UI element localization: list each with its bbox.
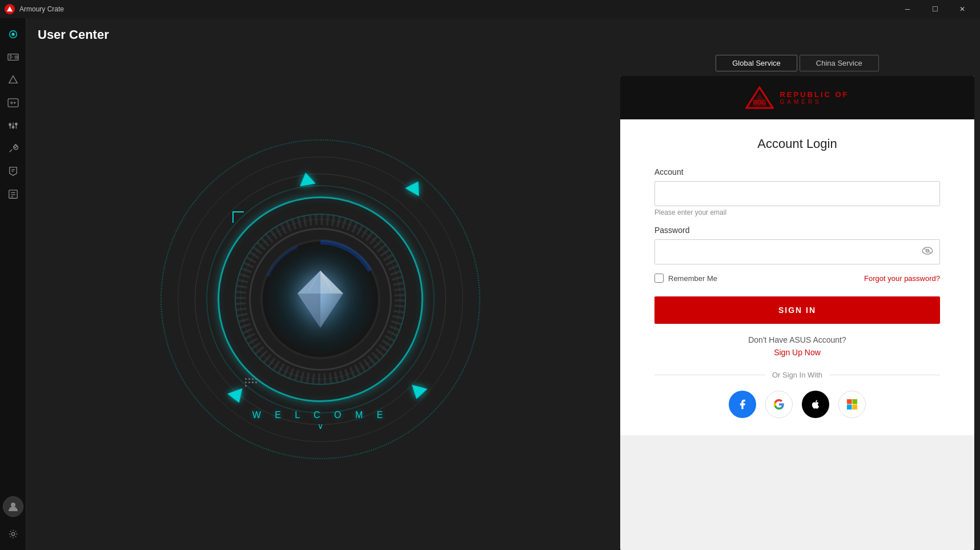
- sidebar-item-history[interactable]: [3, 184, 23, 204]
- sidebar-item-home[interactable]: [3, 24, 23, 45]
- account-label: Account: [654, 167, 940, 176]
- password-wrapper: [654, 239, 940, 264]
- social-buttons: [654, 391, 940, 418]
- facebook-icon: [737, 399, 748, 410]
- login-form: Account Login Account Please enter your …: [620, 119, 974, 435]
- svg-point-18: [15, 123, 17, 126]
- welcome-chevron: ∨: [318, 421, 323, 431]
- sidebar-item-aura[interactable]: [3, 70, 23, 90]
- app-title: Armoury Crate: [19, 5, 64, 13]
- account-input[interactable]: [654, 181, 940, 206]
- svg-marker-33: [320, 271, 343, 294]
- settings-icon[interactable]: [3, 524, 23, 544]
- facebook-login-button[interactable]: [729, 391, 756, 418]
- sidebar-item-repair[interactable]: [3, 138, 23, 159]
- arrow-top: [298, 171, 315, 186]
- password-input[interactable]: [654, 239, 940, 264]
- svg-rect-9: [8, 99, 18, 107]
- svg-point-16: [9, 123, 11, 126]
- svg-rect-44: [852, 399, 857, 404]
- rog-header: ROG REPUBLIC OF GAMERS: [620, 76, 974, 119]
- microsoft-icon: [846, 399, 858, 410]
- form-options: Remember Me Forgot your password?: [654, 274, 940, 283]
- svg-point-7: [14, 55, 17, 58]
- svg-marker-34: [298, 271, 320, 294]
- page-title: User Center: [38, 27, 969, 42]
- account-hint: Please enter your email: [654, 208, 940, 216]
- remember-me-checkbox[interactable]: Remember Me: [654, 274, 717, 283]
- svg-point-2: [11, 33, 14, 35]
- google-icon: [773, 399, 785, 410]
- crystal: [286, 265, 355, 334]
- google-login-button[interactable]: [765, 391, 793, 418]
- dot-grid: [245, 378, 251, 384]
- welcome-text: W E L C O M E: [252, 410, 389, 420]
- avatar[interactable]: [3, 496, 23, 517]
- password-toggle-button[interactable]: [922, 247, 933, 257]
- title-bar: Armoury Crate ─ ☐ ✕: [0, 0, 980, 18]
- sidebar-item-devices[interactable]: [3, 47, 23, 67]
- divider: Or Sign In With: [654, 371, 940, 379]
- svg-text:ROG: ROG: [753, 99, 766, 106]
- service-tabs: Global Service China Service: [716, 55, 878, 71]
- sidebar-item-keyexpress[interactable]: [3, 161, 23, 182]
- svg-marker-32: [298, 294, 320, 328]
- app-icon: [5, 4, 15, 14]
- main-area: W E L C O M E ∨ Global Service China Ser…: [26, 48, 980, 550]
- password-label: Password: [654, 226, 940, 235]
- minimize-button[interactable]: ─: [894, 0, 921, 18]
- svg-rect-43: [847, 399, 852, 404]
- circle-visualization: W E L C O M E ∨: [160, 139, 480, 459]
- rog-text: REPUBLIC OF GAMERS: [780, 90, 849, 105]
- svg-point-10: [10, 102, 13, 104]
- global-service-tab[interactable]: Global Service: [716, 55, 797, 71]
- apple-login-button[interactable]: [802, 391, 829, 418]
- svg-point-17: [12, 126, 14, 129]
- divider-line-left: [654, 375, 765, 375]
- apple-icon: [810, 399, 821, 410]
- no-account-text: Don't Have ASUS Account?: [654, 335, 940, 344]
- svg-marker-8: [9, 76, 17, 83]
- login-panel-container: Global Service China Service ROG: [614, 48, 980, 550]
- gamers-text: GAMERS: [780, 99, 849, 105]
- forgot-password-link[interactable]: Forgot your password?: [864, 274, 940, 283]
- crosshair-top-left: [232, 211, 244, 223]
- or-sign-in-with-text: Or Sign In With: [772, 371, 822, 379]
- login-scroll-area[interactable]: ROG REPUBLIC OF GAMERS Account Login: [620, 76, 974, 550]
- svg-point-26: [11, 503, 15, 507]
- sidebar-item-mixer[interactable]: [3, 115, 23, 136]
- maximize-button[interactable]: ☐: [922, 0, 948, 18]
- close-button[interactable]: ✕: [949, 0, 975, 18]
- content-header: User Center: [26, 18, 980, 48]
- sign-in-button[interactable]: SIGN IN: [654, 296, 940, 324]
- app-body: User Center: [0, 18, 980, 550]
- republic-of-text: REPUBLIC OF: [780, 90, 849, 99]
- eye-icon: [922, 247, 933, 255]
- sidebar-item-scenarios[interactable]: [3, 93, 23, 113]
- china-service-tab[interactable]: China Service: [800, 55, 879, 71]
- sign-up-link[interactable]: Sign Up Now: [654, 348, 940, 357]
- svg-rect-46: [852, 404, 857, 410]
- account-field-group: Account Please enter your email: [654, 167, 940, 216]
- login-title: Account Login: [654, 137, 940, 151]
- remember-me-label: Remember Me: [668, 274, 717, 283]
- svg-marker-0: [7, 6, 13, 11]
- rog-symbol-icon: ROG: [745, 86, 774, 109]
- svg-point-27: [11, 532, 14, 535]
- remember-checkbox-input[interactable]: [654, 274, 664, 283]
- rog-logo: ROG REPUBLIC OF GAMERS: [745, 86, 849, 109]
- sidebar: [0, 18, 26, 550]
- title-bar-controls: ─ ☐ ✕: [894, 0, 975, 18]
- divider-line-right: [829, 375, 940, 375]
- microsoft-login-button[interactable]: [838, 391, 866, 418]
- password-field-group: Password: [654, 226, 940, 264]
- visual-side: W E L C O M E ∨: [26, 48, 614, 550]
- svg-rect-45: [847, 404, 852, 410]
- content-area: User Center: [26, 18, 980, 550]
- title-bar-left: Armoury Crate: [5, 4, 64, 14]
